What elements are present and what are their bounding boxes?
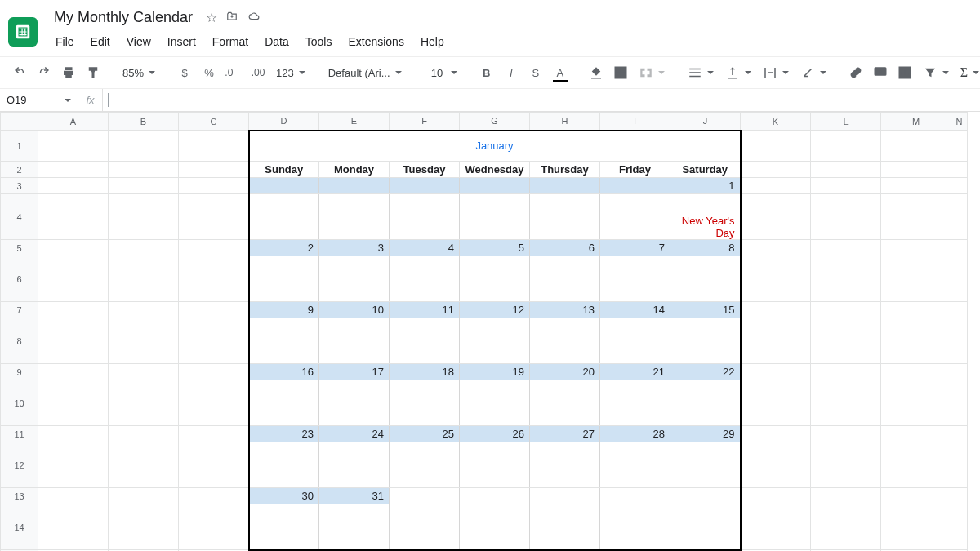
date-cell[interactable]: 16 — [249, 364, 319, 380]
font-dropdown[interactable]: Default (Ari... — [323, 67, 413, 79]
event-cell[interactable] — [249, 318, 319, 364]
cell[interactable] — [179, 240, 249, 256]
date-cell[interactable]: 9 — [249, 302, 319, 318]
cell[interactable] — [881, 194, 951, 240]
h-align-dropdown[interactable] — [683, 65, 719, 80]
date-cell[interactable] — [319, 178, 390, 194]
redo-icon[interactable] — [33, 61, 56, 84]
day-header[interactable]: Monday — [319, 162, 390, 178]
cell[interactable] — [811, 504, 881, 550]
cell[interactable] — [741, 426, 811, 442]
row-header[interactable]: 1 — [1, 131, 38, 162]
cell[interactable] — [881, 364, 951, 380]
cell[interactable] — [179, 162, 249, 178]
event-cell[interactable] — [249, 442, 319, 488]
cell[interactable] — [38, 364, 109, 380]
cell[interactable] — [109, 162, 179, 178]
cell[interactable] — [179, 302, 249, 318]
cell[interactable] — [38, 488, 109, 504]
borders-icon[interactable] — [609, 61, 632, 84]
date-cell[interactable] — [600, 178, 670, 194]
date-cell[interactable]: 17 — [319, 364, 390, 380]
event-cell[interactable] — [390, 442, 460, 488]
date-cell[interactable]: 31 — [319, 488, 390, 504]
menu-edit[interactable]: Edit — [84, 32, 117, 51]
cell[interactable] — [881, 131, 951, 162]
cell[interactable] — [741, 380, 811, 426]
event-cell[interactable] — [600, 318, 670, 364]
row-header[interactable]: 11 — [1, 426, 38, 442]
date-cell[interactable]: 7 — [600, 240, 670, 256]
date-cell[interactable]: 29 — [670, 426, 741, 442]
col-header[interactable]: L — [811, 113, 881, 131]
date-cell[interactable]: 4 — [390, 240, 460, 256]
v-align-dropdown[interactable] — [720, 65, 756, 80]
cell[interactable] — [179, 364, 249, 380]
comment-icon[interactable] — [869, 61, 892, 84]
cell[interactable] — [109, 131, 179, 162]
event-cell[interactable] — [460, 256, 530, 302]
col-header[interactable]: A — [38, 113, 109, 131]
cell[interactable] — [881, 178, 951, 194]
cell[interactable] — [109, 318, 179, 364]
cell[interactable] — [951, 364, 968, 380]
date-cell[interactable]: 21 — [600, 364, 670, 380]
undo-icon[interactable] — [8, 61, 31, 84]
cell[interactable] — [109, 504, 179, 550]
date-cell[interactable] — [530, 488, 600, 504]
cell[interactable] — [881, 162, 951, 178]
cell[interactable] — [179, 426, 249, 442]
cell[interactable] — [179, 194, 249, 240]
cell[interactable] — [811, 256, 881, 302]
date-cell[interactable] — [600, 488, 670, 504]
event-cell[interactable] — [319, 380, 390, 426]
event-cell[interactable] — [670, 442, 741, 488]
cell[interactable] — [951, 318, 968, 364]
column-headers[interactable]: A B C D E F G H I J K L M N — [1, 113, 968, 131]
row-header[interactable]: 10 — [1, 380, 38, 426]
event-cell[interactable] — [390, 318, 460, 364]
date-cell[interactable] — [249, 178, 319, 194]
event-cell[interactable] — [249, 380, 319, 426]
chart-icon[interactable] — [893, 61, 916, 84]
date-cell[interactable]: 14 — [600, 302, 670, 318]
cell[interactable] — [741, 302, 811, 318]
row-header[interactable]: 7 — [1, 302, 38, 318]
cell[interactable] — [179, 256, 249, 302]
event-cell[interactable] — [670, 380, 741, 426]
cell[interactable] — [109, 194, 179, 240]
formula-bar[interactable] — [103, 89, 980, 111]
col-header[interactable]: J — [670, 113, 741, 131]
cell[interactable] — [811, 488, 881, 504]
date-cell[interactable]: 15 — [670, 302, 741, 318]
row-header[interactable]: 14 — [1, 504, 38, 550]
date-cell[interactable]: 19 — [460, 364, 530, 380]
row-header[interactable]: 13 — [1, 488, 38, 504]
cell[interactable] — [179, 178, 249, 194]
day-header[interactable]: Wednesday — [460, 162, 530, 178]
cell[interactable] — [38, 178, 109, 194]
cell[interactable] — [951, 240, 968, 256]
menu-extensions[interactable]: Extensions — [341, 32, 410, 51]
cell[interactable] — [109, 488, 179, 504]
month-title-cell[interactable]: January — [249, 131, 741, 162]
rotate-dropdown[interactable] — [795, 65, 831, 80]
cell[interactable] — [109, 256, 179, 302]
cloud-status-icon[interactable] — [247, 11, 261, 25]
cell[interactable] — [811, 178, 881, 194]
functions-dropdown[interactable]: Σ — [956, 65, 980, 80]
cell[interactable] — [951, 504, 968, 550]
cell[interactable] — [741, 256, 811, 302]
cell[interactable] — [881, 488, 951, 504]
col-header[interactable]: E — [319, 113, 390, 131]
cell[interactable] — [741, 162, 811, 178]
cell[interactable] — [881, 426, 951, 442]
cell[interactable] — [109, 442, 179, 488]
date-cell[interactable] — [460, 178, 530, 194]
day-header[interactable]: Thursday — [530, 162, 600, 178]
date-cell[interactable]: 11 — [390, 302, 460, 318]
cell[interactable] — [109, 240, 179, 256]
menu-data[interactable]: Data — [258, 32, 296, 51]
date-cell[interactable] — [460, 488, 530, 504]
cell[interactable] — [741, 194, 811, 240]
